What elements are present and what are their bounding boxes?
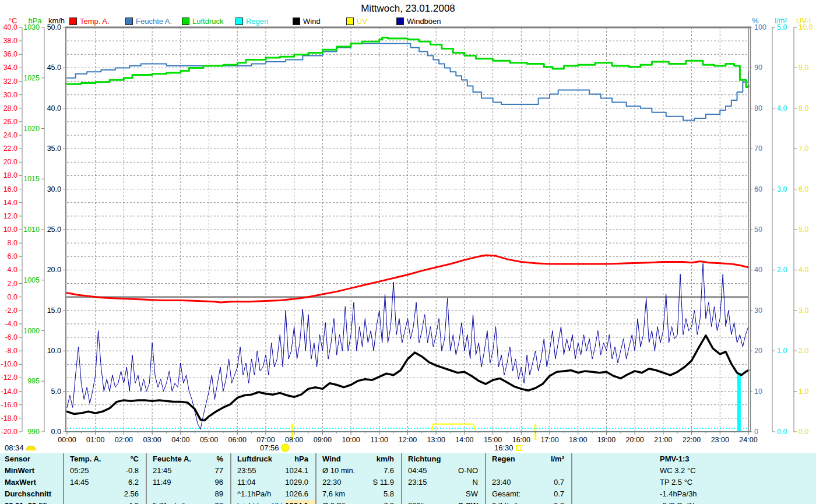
table-cell: 0,7 l/m² bbox=[486, 500, 517, 504]
axis-tick-label: 6.0 bbox=[8, 252, 17, 260]
axis-tick-label: 38.0 bbox=[3, 37, 17, 45]
axis-tick-label: 0.0 bbox=[799, 428, 808, 436]
table-row: 11:041029.0 bbox=[231, 477, 315, 488]
time-label: 18:00 bbox=[569, 436, 587, 444]
table-cell: Richtung bbox=[402, 453, 441, 465]
table-row: 2.56 bbox=[64, 488, 146, 500]
table-cell: 1029.0 bbox=[285, 477, 315, 488]
table-header-row: Sensor bbox=[0, 453, 63, 465]
table-row: 21:4577 bbox=[147, 465, 230, 477]
table-cell: 22:30 bbox=[316, 477, 342, 488]
table-cell: Luftdruck bbox=[231, 453, 272, 465]
table-cell: 7,6 km bbox=[316, 488, 345, 500]
axis-tick-label: 40.0 bbox=[3, 23, 17, 31]
table-cell: 11:49 bbox=[147, 477, 171, 488]
axis-tick-label: 0.0 bbox=[777, 428, 787, 436]
axis-tick-label: 7.0 bbox=[799, 144, 808, 153]
table-cell: 14:45 bbox=[64, 477, 89, 488]
axis-tick-label: 35.0 bbox=[47, 144, 61, 153]
legend-item-luftdruck[interactable]: Luftdruck bbox=[182, 17, 235, 26]
axis-tick-label: -2.0 bbox=[5, 306, 17, 315]
uv-swatch-icon bbox=[346, 17, 354, 25]
axis-tick-label: 2.0 bbox=[777, 266, 787, 274]
table-cell bbox=[478, 453, 485, 465]
wind-swatch-icon bbox=[293, 17, 300, 25]
legend-label: Wind bbox=[303, 17, 321, 26]
axis-tick-label: 9.0 bbox=[799, 64, 808, 72]
table-cell: 0.2 bbox=[554, 500, 571, 504]
axis-tick-label: 10.0 bbox=[3, 225, 17, 234]
table-cell: 21:45 bbox=[147, 465, 172, 477]
table-cell: SW bbox=[466, 488, 485, 500]
windb-en-swatch-icon bbox=[396, 17, 404, 25]
table-cell bbox=[64, 500, 70, 504]
table-cell: 5.8 bbox=[384, 488, 401, 500]
legend-item-uv[interactable]: UV bbox=[346, 17, 396, 26]
time-label: 13:00 bbox=[427, 436, 445, 444]
table-row: Ø 10 min.7.6 bbox=[316, 465, 401, 477]
sun-half-icon bbox=[26, 446, 36, 450]
table-row: 0,7 l/m²0.2 bbox=[486, 500, 571, 504]
axis-tick-label: 1.0 bbox=[799, 387, 808, 396]
axis-tick-label: 2.0 bbox=[799, 347, 808, 355]
table-cell: leicht bewölkt bbox=[231, 500, 283, 504]
axis-tick-label: 6.0 bbox=[799, 185, 808, 193]
time-label: 04:00 bbox=[171, 436, 189, 444]
table-header-row: Temp. A.°C bbox=[64, 453, 146, 465]
table-cell: 1024.1 bbox=[285, 500, 315, 504]
time-label: 20:00 bbox=[626, 436, 644, 444]
axis-tick-label: 8.0 bbox=[8, 239, 17, 247]
legend-item-windb-en[interactable]: Windböen bbox=[396, 17, 460, 26]
axis-tick-label: 5.0 bbox=[51, 387, 61, 396]
table-row: 14:456.2 bbox=[64, 477, 146, 488]
axis-tick-label: -4.0 bbox=[5, 320, 17, 328]
table-cell: 11:04 bbox=[231, 477, 256, 488]
time-label: 03:00 bbox=[143, 436, 161, 444]
axis-tick-label: -18.0 bbox=[1, 414, 18, 422]
sunset-time: 16:30 bbox=[494, 443, 522, 452]
table-cell: km/h bbox=[377, 453, 401, 465]
axis-tick-label: 1030 bbox=[23, 23, 40, 31]
axis-tick-label: 50 bbox=[754, 225, 762, 234]
chart-legend: Temp. A.Feuchte A.LuftdruckRegenWindUVWi… bbox=[69, 17, 460, 26]
table-row: MaxWert bbox=[0, 477, 63, 488]
table-header-row: PMV-1:3 bbox=[572, 453, 816, 465]
table-row: TP 2.5 °C bbox=[572, 477, 816, 488]
legend-label: Luftdruck bbox=[192, 17, 223, 26]
table-cell: 05:25 bbox=[64, 465, 89, 477]
legend-item-temp-a[interactable]: Temp. A. bbox=[69, 17, 125, 26]
legend-label: Windböen bbox=[407, 17, 441, 26]
legend-item-regen[interactable]: Regen bbox=[235, 17, 293, 26]
time-label: 14:00 bbox=[455, 436, 473, 444]
table-row: SW bbox=[402, 488, 485, 500]
table-row: 22:30S 11.9 bbox=[316, 477, 401, 488]
table-header-row: LuftdruckhPa bbox=[231, 453, 315, 465]
summary-table: SensorMinWertMaxWertDurchschnitt23.01, 2… bbox=[0, 453, 816, 504]
table-cell: 6.2 bbox=[128, 477, 146, 488]
table-row: WC 3.2 °C bbox=[572, 465, 816, 477]
axis-tick-label: 1000 bbox=[23, 327, 40, 335]
axis-tick-label: 25.0 bbox=[47, 225, 61, 234]
axis-tick-label: 70 bbox=[754, 144, 762, 153]
table-row: 23:400.7 bbox=[486, 477, 571, 488]
time-label: 08:00 bbox=[285, 436, 303, 444]
day-length-value: 08:34 bbox=[5, 443, 24, 452]
table-row: 7,6 km5.8 bbox=[316, 488, 401, 500]
table-cell bbox=[486, 465, 492, 477]
table-row: leicht bewölkt1024.1 bbox=[231, 500, 315, 504]
table-cell: 1026.6 bbox=[285, 488, 315, 500]
axis-tick-label: 45.0 bbox=[47, 64, 61, 72]
weather-graph-window: Mittwoch, 23.01.2008 °C40.038.036.034.03… bbox=[0, 0, 816, 504]
temp-a-swatch-icon bbox=[69, 17, 77, 25]
axis-tick-label: 0.0 bbox=[51, 428, 61, 436]
axis-tick-label: 10 bbox=[754, 387, 762, 396]
table-row: MinWert bbox=[0, 465, 63, 477]
axis-tick-label: 1005 bbox=[23, 276, 40, 284]
axis-tick-label: 30.0 bbox=[47, 185, 61, 193]
legend-label: Temp. A. bbox=[80, 17, 110, 26]
legend-item-feuchte-a[interactable]: Feuchte A. bbox=[125, 17, 182, 26]
legend-item-wind[interactable]: Wind bbox=[293, 17, 346, 26]
table-cell: 92 bbox=[215, 500, 230, 504]
table-cell: ^1.1hPa/h bbox=[231, 488, 271, 500]
table-cell: Ø 2 Bft bbox=[316, 500, 346, 504]
